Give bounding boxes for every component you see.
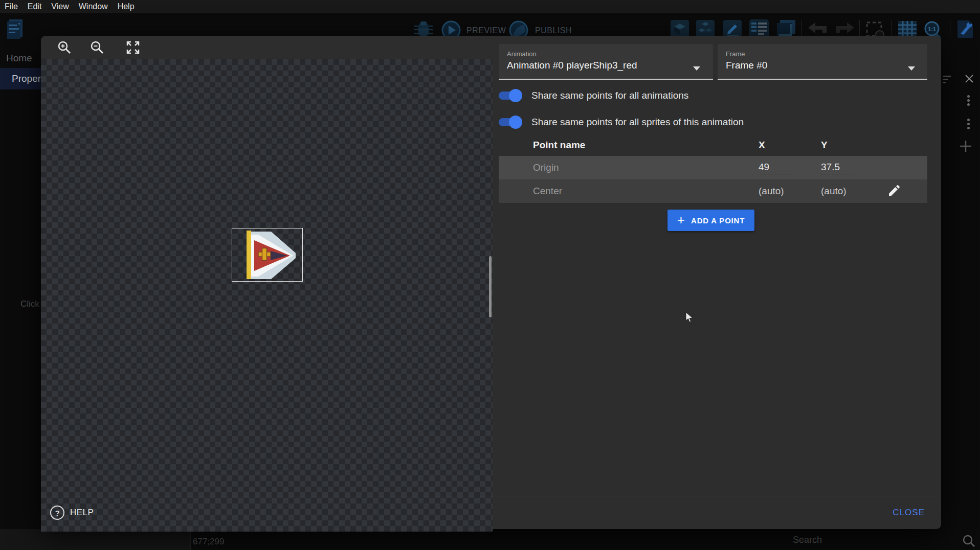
kebab-menu-icon[interactable] (967, 95, 970, 106)
canvas-scrollbar[interactable] (489, 256, 492, 317)
grid-icon[interactable] (898, 20, 917, 38)
player-ship-sprite[interactable] (232, 228, 303, 282)
application-window: File Edit View Window Help PREVIEW PUBLI… (0, 0, 980, 550)
project-manager-icon[interactable] (6, 18, 25, 41)
add-point-label: ADD A POINT (691, 216, 745, 225)
background-hint-text: Click (20, 299, 41, 309)
table-row-origin[interactable]: Origin 49 37.5 (499, 156, 927, 179)
tab-properties[interactable]: Properties (0, 68, 41, 89)
fit-to-screen-button[interactable] (125, 39, 141, 56)
mouse-cursor (685, 312, 694, 323)
statusbar-left-panel (0, 529, 191, 550)
canvas-toolbar (41, 36, 493, 59)
header-y: Y (821, 140, 877, 151)
menu-window[interactable]: Window (79, 2, 108, 11)
share-points-all-animations-toggle[interactable] (499, 88, 522, 103)
chevron-down-icon (908, 66, 915, 71)
ship-yellow-stripe (247, 231, 251, 279)
svg-text:1:1: 1:1 (928, 26, 936, 32)
close-button[interactable]: CLOSE (893, 508, 925, 518)
sprite-canvas[interactable] (41, 59, 493, 532)
add-panel-icon[interactable] (960, 141, 971, 152)
project-settings-icon[interactable] (955, 19, 975, 39)
center-y-value: (auto) (821, 186, 877, 197)
menu-file[interactable]: File (5, 2, 18, 11)
preview-button[interactable]: PREVIEW (466, 26, 506, 35)
cursor-coordinates: 677;299 (193, 537, 224, 547)
animation-select-label: Animation (507, 50, 713, 58)
toggle-label: Share same points for all animations (531, 90, 688, 101)
header-point-name: Point name (499, 140, 759, 151)
object-groups-icon[interactable] (696, 19, 715, 38)
origin-y-field[interactable]: 37.5 (821, 162, 854, 174)
point-name: Center (499, 186, 759, 197)
toolbar-separator (892, 20, 892, 36)
undo-icon[interactable] (808, 22, 828, 37)
table-row-center[interactable]: Center (auto) (auto) (499, 179, 927, 203)
menu-edit[interactable]: Edit (28, 2, 42, 11)
search-input[interactable]: Search (793, 535, 822, 545)
center-x-value: (auto) (759, 186, 821, 197)
plus-icon: + (677, 213, 685, 226)
share-points-all-sprites-toggle[interactable] (499, 115, 522, 129)
dialog-footer: ? HELP CLOSE (41, 496, 941, 529)
menu-view[interactable]: View (51, 2, 69, 11)
points-table-header: Point name X Y (499, 134, 927, 156)
frame-select[interactable]: Frame Frame #0 (718, 44, 927, 80)
menu-help[interactable]: Help (118, 2, 135, 11)
help-label: HELP (70, 508, 94, 518)
share-points-sprites-row: Share same points for all sprites of thi… (499, 113, 744, 131)
animation-select[interactable]: Animation Animation #0 playerShip3_red (499, 44, 713, 80)
menu-bar: File Edit View Window Help (0, 0, 980, 13)
zoom-in-button[interactable] (56, 39, 73, 56)
point-name: Origin (499, 162, 759, 173)
objects-list-icon[interactable] (670, 19, 689, 38)
publish-button[interactable]: PUBLISH (535, 26, 572, 35)
kebab-menu-icon[interactable] (967, 119, 970, 129)
edit-point-icon[interactable] (887, 185, 900, 198)
animation-select-value: Animation #0 playerShip3_red (507, 60, 713, 71)
debug-icon[interactable] (413, 20, 434, 38)
header-x: X (759, 140, 821, 151)
close-panel-icon[interactable] (965, 75, 973, 83)
origin-x-field[interactable]: 49 (759, 162, 791, 174)
frame-select-value: Frame #0 (726, 60, 927, 71)
add-point-button[interactable]: + ADD A POINT (667, 210, 754, 231)
chevron-down-icon (693, 66, 700, 71)
search-icon[interactable] (963, 535, 975, 547)
toolbar-separator (950, 20, 950, 36)
redo-icon[interactable] (835, 22, 854, 37)
help-icon: ? (50, 506, 64, 520)
frame-select-label: Frame (726, 50, 927, 58)
edit-scene-icon[interactable] (723, 19, 742, 38)
tab-properties-label: Properties (12, 73, 41, 84)
points-table: Point name X Y Origin 49 37.5 Center (au… (499, 134, 927, 203)
toolbar-separator (859, 20, 860, 36)
sort-filter-icon[interactable] (943, 75, 953, 84)
layers-icon[interactable] (776, 19, 796, 38)
events-list-icon[interactable] (749, 19, 769, 38)
toggle-label: Share same points for all sprites of thi… (531, 117, 744, 128)
toolbar-separator (801, 20, 802, 36)
tab-home[interactable]: Home (6, 53, 32, 64)
share-points-animations-row: Share same points for all animations (499, 86, 688, 105)
zoom-out-button[interactable] (89, 39, 105, 56)
help-button[interactable]: ? HELP (50, 506, 94, 520)
edit-points-dialog: Animation Animation #0 playerShip3_red F… (41, 36, 941, 529)
